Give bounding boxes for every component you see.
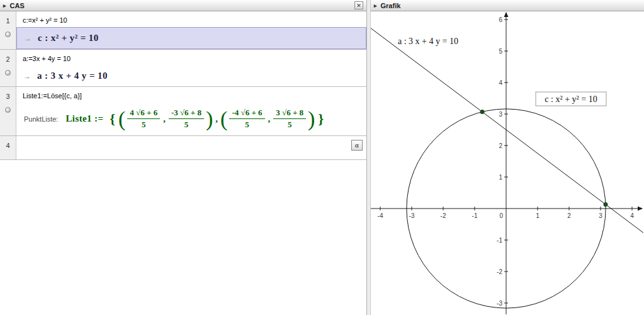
panel-toggle-icon[interactable]: ▸ [3,3,6,9]
denominator: 5 [245,119,249,130]
panel-toggle-icon[interactable]: ▸ [374,3,377,9]
left-paren: ( [220,110,227,127]
y-tick-label: 5 [499,48,502,55]
cas-output-1[interactable]: → c : x² + y² = 10 [16,27,366,49]
graphics-panel: ▸ Grafik -4-3-2-11234-3-2-11234560a : 3 … [371,0,644,315]
circle-label[interactable]: c : x² + y² = 10 [545,94,597,104]
output-math-2: a : 3 x + 4 y = 10 [37,71,108,81]
y-tick-label: 1 [499,174,502,181]
row-status-bullet-icon[interactable] [5,107,11,113]
x-axis-arrow-icon [638,207,643,211]
denominator: 5 [288,119,292,130]
row-number: 4 [6,142,9,149]
x-tick-label: -1 [472,212,478,219]
x-tick-label: -2 [441,212,446,219]
x-tick-label: -4 [378,212,383,219]
row-gutter-4[interactable]: 4 [0,136,16,159]
row-gutter-1[interactable]: 1 [0,11,16,49]
list-name: Liste1 [65,113,92,124]
left-paren: ( [118,110,125,127]
cas-row-3[interactable]: 3 Liste1:=Löse[{c, a}] PunktListe: Liste… [0,87,366,136]
graphics-title: Grafik [381,2,401,9]
denominator: 5 [142,119,146,130]
row-number: 3 [6,93,9,100]
intersection-point-2[interactable] [480,110,485,114]
graph-canvas[interactable]: -4-3-2-11234-3-2-11234560a : 3 x + 4 y =… [371,11,643,314]
row-number: 1 [6,17,9,25]
row-main-4[interactable]: α [16,136,366,159]
y-tick-label: 3 [499,111,502,118]
row-gutter-3[interactable]: 3 [0,87,16,135]
y-tick-label: 6 [499,16,502,23]
output-math-3: Liste1 := { ( 4 √6 + 6 5 , -3 √6 + 8 [65,108,326,130]
output-math-1: c : x² + y² = 10 [38,33,99,43]
y-tick-label: -3 [497,300,502,307]
cas-input-1[interactable]: c:=x² + y² = 10 [16,11,366,27]
cas-output-3[interactable]: PunktListe: Liste1 := { ( 4 √6 + 6 5 , [16,103,366,135]
row-main-3: Liste1:=Löse[{c, a}] PunktListe: Liste1 … [16,87,366,135]
fraction-1: 4 √6 + 6 5 [127,108,160,130]
geogebra-window: ▸ CAS ✕ 1 c:=x² + y² = 10 → c : x² + y² … [0,0,644,315]
right-paren: ) [308,110,315,127]
cas-rows: 1 c:=x² + y² = 10 → c : x² + y² = 10 2 [0,11,366,315]
line-curve[interactable] [371,28,643,233]
y-tick-label: -1 [497,237,502,244]
row-status-bullet-icon[interactable] [5,70,11,76]
comma: , [163,113,166,124]
cas-title: CAS [10,2,25,9]
fraction-3: -4 √6 + 6 5 [229,108,264,130]
cas-row-1[interactable]: 1 c:=x² + y² = 10 → c : x² + y² = 10 [0,11,366,50]
right-paren: ) [206,110,213,127]
close-icon[interactable]: ✕ [354,1,363,9]
cas-row-2[interactable]: 2 a:=3x + 4y = 10 → a : 3 x + 4 y = 10 [0,50,366,87]
graphics-view[interactable]: -4-3-2-11234-3-2-11234560a : 3 x + 4 y =… [371,11,644,315]
left-brace: { [110,111,115,127]
output-arrow-icon: → [24,34,31,43]
x-tick-label: 3 [599,212,602,219]
cas-header: ▸ CAS ✕ [0,0,366,11]
right-brace: } [318,111,324,127]
origin-label: 0 [499,212,503,219]
cas-row-4[interactable]: 4 α [0,136,366,160]
output-type-label: PunktListe: [24,115,58,123]
numerator: 4 √6 + 6 [127,108,160,119]
cas-input-2[interactable]: a:=3x + 4y = 10 [16,50,366,66]
intersection-point-1[interactable] [603,202,607,207]
comma: , [215,113,218,124]
cas-input-3[interactable]: Liste1:=Löse[{c, a}] [16,87,366,103]
row-number: 2 [6,55,9,63]
numerator: -3 √6 + 8 [169,108,204,119]
y-tick-label: 2 [499,142,502,149]
y-axis-arrow-icon [504,12,509,17]
x-tick-label: -3 [409,212,415,219]
cas-panel: ▸ CAS ✕ 1 c:=x² + y² = 10 → c : x² + y² … [0,0,367,315]
denominator: 5 [184,119,189,130]
cas-output-2[interactable]: → a : 3 x + 4 y = 10 [16,66,366,86]
fraction-4: 3 √6 + 8 5 [273,108,306,130]
special-chars-button[interactable]: α [351,140,363,151]
numerator: 3 √6 + 8 [273,108,306,119]
graphics-header: ▸ Grafik [371,0,644,11]
row-main-1: c:=x² + y² = 10 → c : x² + y² = 10 [16,11,366,49]
line-label[interactable]: a : 3 x + 4 y = 10 [398,37,458,46]
y-tick-label: -2 [497,268,502,275]
numerator: -4 √6 + 6 [229,108,264,119]
comma: , [268,113,271,124]
x-tick-label: 4 [630,212,634,219]
assign-symbol: := [94,113,103,124]
x-tick-label: 2 [567,212,571,219]
row-gutter-2[interactable]: 2 [0,50,16,86]
fraction-2: -3 √6 + 8 5 [169,108,204,130]
row-status-bullet-icon[interactable] [5,32,11,37]
row-main-2: a:=3x + 4y = 10 → a : 3 x + 4 y = 10 [16,50,366,86]
y-tick-label: 4 [499,79,502,86]
x-tick-label: 1 [536,212,539,219]
output-arrow-icon: → [23,72,31,81]
